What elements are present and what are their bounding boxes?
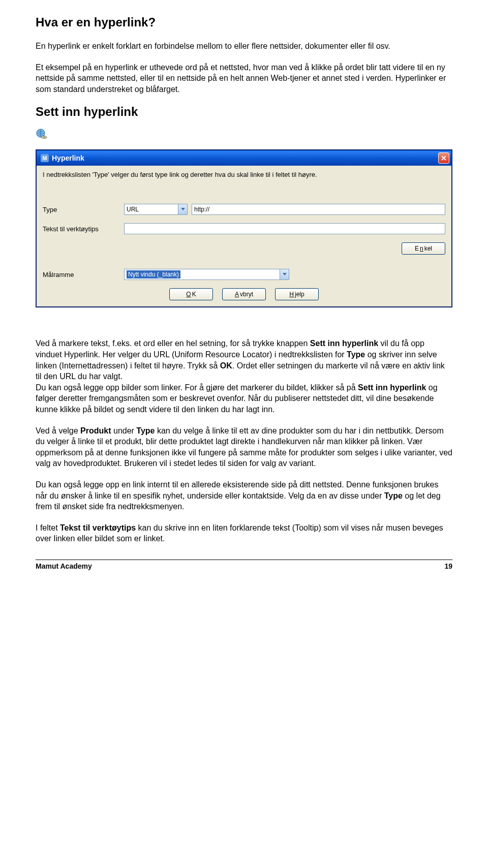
chevron-down-icon <box>181 208 185 211</box>
type-dropdown-arrow[interactable] <box>178 204 187 214</box>
type-label: Type <box>43 206 124 213</box>
tooltip-label: Tekst til verktøytips <box>43 225 124 233</box>
intro-para-2: Et eksempel på en hyperlink er uthevede … <box>36 62 452 95</box>
body-para-5: Du kan også legge opp en link internt ti… <box>36 479 452 512</box>
ok-button[interactable]: OK <box>169 288 213 300</box>
dialog-body: I nedtrekkslisten 'Type' velger du først… <box>37 166 451 306</box>
simple-button[interactable]: Enkel <box>402 242 445 255</box>
type-combobox[interactable]: URL <box>124 204 188 215</box>
help-button[interactable]: Hjelp <box>275 288 319 300</box>
hyperlink-dialog: M Hyperlink I nedtrekkslisten 'Type' vel… <box>36 149 452 307</box>
targetframe-combobox[interactable]: Nytt vindu (_blank) <box>124 269 289 280</box>
close-icon <box>441 155 447 161</box>
tooltip-input[interactable] <box>124 223 445 234</box>
type-row: Type URL http:// <box>43 204 445 215</box>
dialog-description: I nedtrekkslisten 'Type' velger du først… <box>43 171 445 178</box>
page-footer: Mamut Academy 19 <box>36 562 452 570</box>
cancel-button[interactable]: Avbryt <box>222 288 266 300</box>
tooltip-row: Tekst til verktøytips <box>43 223 445 234</box>
targetframe-label: Målramme <box>43 271 124 278</box>
type-value: URL <box>127 206 139 213</box>
svg-point-2 <box>43 137 45 138</box>
targetframe-value: Nytt vindu (_blank) <box>127 270 180 278</box>
body-para-4: Ved å velge Produkt under Type kan du ve… <box>36 425 452 469</box>
chevron-down-icon <box>283 273 287 276</box>
footer-page-number: 19 <box>444 562 452 570</box>
targetframe-row: Målramme Nytt vindu (_blank) <box>43 269 445 280</box>
dialog-title: Hyperlink <box>52 154 438 162</box>
hyperlink-globe-icon <box>36 128 48 140</box>
body-para-6: I feltet Tekst til verktøytips kan du sk… <box>36 522 452 544</box>
url-input[interactable]: http:// <box>192 204 445 215</box>
section-heading: Sett inn hyperlink <box>36 105 452 119</box>
dialog-button-row: OK Avbryt Hjelp <box>43 288 445 300</box>
close-button[interactable] <box>438 152 449 164</box>
page-heading: Hva er en hyperlink? <box>36 15 452 29</box>
intro-para-1: En hyperlink er enkelt forklart en forbi… <box>36 41 452 52</box>
footer-left: Mamut Academy <box>36 562 92 570</box>
dialog-titlebar[interactable]: M Hyperlink <box>37 150 451 166</box>
url-value: http:// <box>194 206 209 213</box>
dialog-app-icon: M <box>41 154 49 162</box>
body-para-3: Ved å markere tekst, f.eks. et ord eller… <box>36 338 452 415</box>
footer-divider <box>36 560 452 560</box>
targetframe-dropdown-arrow[interactable] <box>280 269 289 280</box>
